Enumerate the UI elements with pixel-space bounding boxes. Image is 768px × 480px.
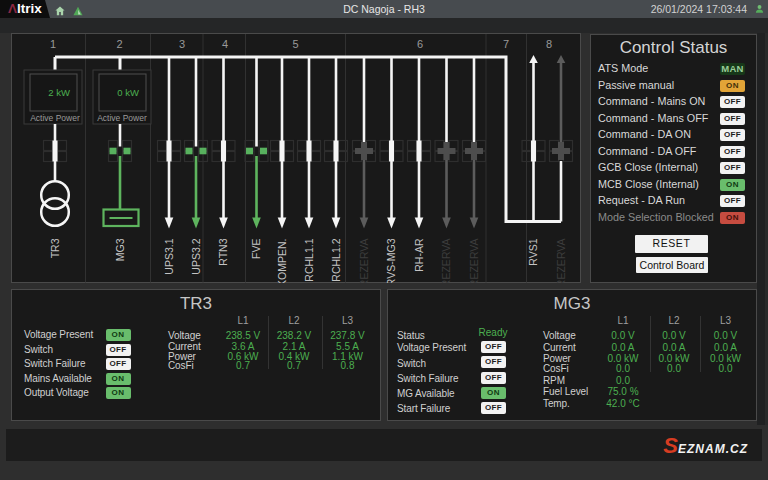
svg-text:RCHL1.1: RCHL1.1 bbox=[303, 238, 315, 281]
svg-text:Active Power: Active Power bbox=[97, 113, 147, 123]
svg-text:TR3: TR3 bbox=[49, 238, 61, 258]
svg-text:5: 5 bbox=[292, 38, 298, 50]
svg-text:6: 6 bbox=[417, 38, 423, 50]
svg-text:REZERVA: REZERVA bbox=[358, 239, 370, 284]
svg-text:REZERVA: REZERVA bbox=[440, 239, 452, 284]
svg-text:UPS3.1: UPS3.1 bbox=[163, 238, 175, 274]
svg-text:8: 8 bbox=[546, 38, 552, 50]
svg-text:UPS3.2: UPS3.2 bbox=[190, 238, 202, 274]
svg-text:KOMPEN.: KOMPEN. bbox=[276, 239, 288, 284]
svg-text:4: 4 bbox=[222, 38, 228, 50]
svg-text:RTN3: RTN3 bbox=[217, 238, 229, 265]
svg-text:RVS1: RVS1 bbox=[527, 238, 539, 265]
svg-text:3: 3 bbox=[179, 38, 185, 50]
svg-text:7: 7 bbox=[503, 38, 509, 50]
svg-text:RH-AR: RH-AR bbox=[413, 238, 425, 272]
svg-text:MG3: MG3 bbox=[114, 238, 126, 261]
svg-text:RVS-MG3: RVS-MG3 bbox=[385, 238, 397, 283]
svg-text:2 kW: 2 kW bbox=[48, 87, 70, 98]
svg-text:0 kW: 0 kW bbox=[117, 87, 139, 98]
svg-text:REZERVA: REZERVA bbox=[555, 239, 567, 284]
svg-text:REZERVA: REZERVA bbox=[468, 239, 480, 284]
svg-text:1: 1 bbox=[50, 38, 56, 50]
svg-text:2: 2 bbox=[116, 38, 122, 50]
svg-text:FVE: FVE bbox=[250, 239, 262, 259]
svg-text:RCHL1.2: RCHL1.2 bbox=[330, 238, 342, 281]
svg-text:Active Power: Active Power bbox=[30, 113, 80, 123]
